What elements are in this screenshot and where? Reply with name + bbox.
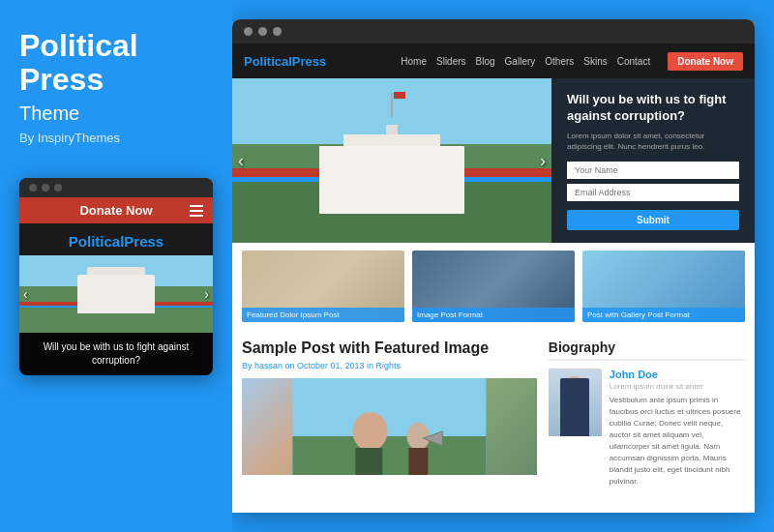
bio-role: Lorem ipsum dolor sit amet bbox=[610, 382, 745, 391]
hero-prev-arrow-icon[interactable]: ‹ bbox=[238, 151, 244, 171]
hero-name-input[interactable] bbox=[567, 162, 739, 179]
bio-avatar bbox=[549, 369, 602, 436]
svg-rect-5 bbox=[408, 448, 428, 475]
post-thumb-label-2: Image Post Format bbox=[412, 308, 575, 322]
mobile-logo: PoliticalPress bbox=[19, 223, 213, 255]
article-meta-prefix: By hassan on October 01, 2013 in bbox=[242, 361, 373, 370]
desktop-donate-button[interactable]: Donate Now bbox=[668, 52, 743, 71]
desktop-posts-row: Featured Dolor Ipsum Post Image Post For… bbox=[232, 243, 755, 330]
desktop-nav-logo: PoliticalPress bbox=[244, 54, 326, 69]
mobile-hero-image: ‹ › bbox=[19, 255, 213, 333]
mobile-dot-1 bbox=[29, 184, 37, 192]
bio-name[interactable]: John Doe bbox=[610, 369, 745, 380]
desktop-nav-items: Home Sliders Blog Gallery Others Skins C… bbox=[401, 52, 743, 71]
mobile-dot-3 bbox=[54, 184, 62, 192]
post-thumb-3[interactable]: Post with Gallery Post Format bbox=[582, 251, 745, 322]
left-panel: PoliticalPress Theme By InspiryThemes Do… bbox=[0, 0, 232, 532]
desktop-sidebar: Biography John Doe Lorem ipsum dolor sit… bbox=[549, 340, 745, 503]
bio-info: John Doe Lorem ipsum dolor sit amet Vest… bbox=[610, 369, 745, 488]
desktop-dot-2 bbox=[258, 27, 267, 36]
mobile-hamburger-icon[interactable] bbox=[190, 205, 203, 217]
nav-item-others[interactable]: Others bbox=[545, 56, 574, 67]
desktop-hero-image: ‹ › bbox=[232, 78, 551, 243]
desktop-hero-form: Will you be with us to fight against cor… bbox=[551, 78, 755, 243]
sidebar-bio-title: Biography bbox=[549, 340, 745, 361]
brand-by: By InspiryThemes bbox=[19, 131, 213, 145]
nav-item-home[interactable]: Home bbox=[401, 56, 427, 67]
desktop-hero-section: ‹ › Will you be with us to fight against… bbox=[232, 78, 755, 243]
desktop-titlebar bbox=[232, 19, 755, 44]
mobile-mockup: Donate Now PoliticalPress ‹ › Will you b… bbox=[19, 178, 213, 375]
mobile-prev-arrow-icon[interactable]: ‹ bbox=[23, 286, 28, 302]
hero-form-description: Lorem ipsum dolor sit amet, consectetur … bbox=[567, 131, 739, 152]
bio-avatar-body bbox=[560, 378, 589, 436]
flag-pole bbox=[391, 93, 393, 117]
post-thumb-label-1: Featured Dolor Ipsum Post bbox=[242, 308, 404, 322]
nav-item-sliders[interactable]: Sliders bbox=[436, 56, 466, 67]
article-image-svg bbox=[242, 378, 537, 475]
mobile-donate-label: Donate Now bbox=[79, 203, 152, 218]
desktop-dot-1 bbox=[244, 27, 253, 36]
mobile-hero-bg bbox=[19, 255, 213, 333]
nav-item-contact[interactable]: Contact bbox=[617, 56, 650, 67]
flag-icon bbox=[394, 92, 405, 99]
hero-next-arrow-icon[interactable]: › bbox=[540, 151, 546, 171]
post-thumb-2[interactable]: Image Post Format bbox=[412, 251, 575, 322]
white-house-building bbox=[319, 146, 464, 214]
hero-form-title: Will you be with us to fight against cor… bbox=[567, 92, 739, 125]
svg-rect-1 bbox=[292, 436, 486, 475]
desktop-nav: PoliticalPress Home Sliders Blog Gallery… bbox=[232, 44, 755, 78]
mobile-building bbox=[77, 275, 155, 313]
mobile-next-arrow-icon[interactable]: › bbox=[204, 286, 209, 302]
bio-card: John Doe Lorem ipsum dolor sit amet Vest… bbox=[549, 369, 745, 488]
mobile-titlebar bbox=[19, 178, 213, 197]
desktop-article: Sample Post with Featured Image By hassa… bbox=[242, 340, 537, 503]
article-title: Sample Post with Featured Image bbox=[242, 340, 537, 357]
post-thumb-label-3: Post with Gallery Post Format bbox=[582, 308, 745, 322]
hero-submit-button[interactable]: Submit bbox=[567, 210, 739, 230]
desktop-dot-3 bbox=[273, 27, 282, 36]
svg-point-4 bbox=[406, 423, 430, 450]
mobile-dot-2 bbox=[42, 184, 49, 192]
svg-rect-3 bbox=[355, 448, 382, 475]
nav-item-gallery[interactable]: Gallery bbox=[505, 56, 536, 67]
hero-email-input[interactable] bbox=[567, 184, 739, 201]
mobile-donate-bar[interactable]: Donate Now bbox=[19, 197, 213, 223]
article-meta: By hassan on October 01, 2013 in Rights bbox=[242, 361, 537, 370]
svg-point-2 bbox=[352, 412, 387, 451]
brand-title: PoliticalPress bbox=[19, 29, 213, 97]
desktop-mockup: PoliticalPress Home Sliders Blog Gallery… bbox=[232, 19, 755, 513]
article-featured-image bbox=[242, 378, 537, 475]
brand-subtitle: Theme bbox=[19, 103, 213, 125]
nav-item-skins[interactable]: Skins bbox=[583, 56, 607, 67]
mobile-caption: Will you be with us to fight against cor… bbox=[19, 333, 213, 375]
desktop-main-body: Sample Post with Featured Image By hassa… bbox=[232, 330, 755, 513]
bio-text: Vestibulum ante ipsum primis in faucibus… bbox=[610, 395, 745, 488]
post-thumb-1[interactable]: Featured Dolor Ipsum Post bbox=[242, 251, 404, 322]
nav-item-blog[interactable]: Blog bbox=[476, 56, 495, 67]
article-meta-category[interactable]: Rights bbox=[376, 361, 402, 370]
